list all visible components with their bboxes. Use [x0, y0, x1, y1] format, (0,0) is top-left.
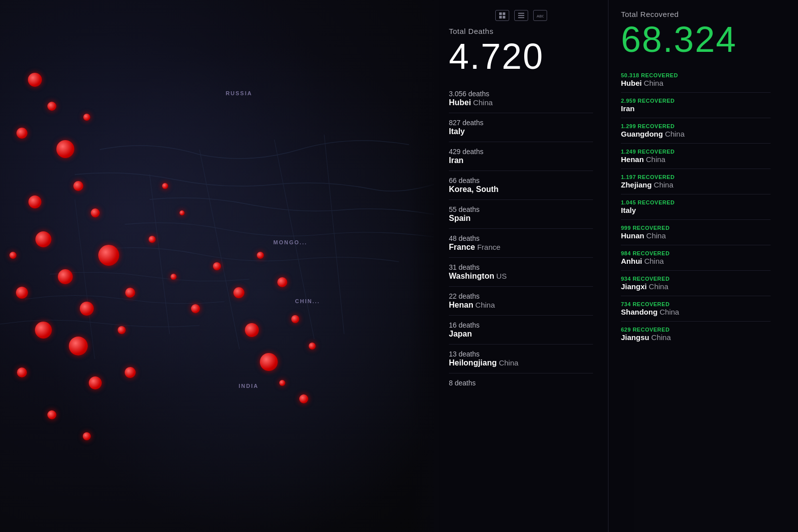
- outbreak-dot: [83, 114, 90, 121]
- deaths-list: 3.056 deathsHubei China827 deathsItaly42…: [449, 84, 593, 393]
- recovered-count: 934 recovered: [621, 276, 771, 282]
- outbreak-dot: [56, 140, 74, 158]
- svg-rect-0: [499, 12, 501, 15]
- recovered-entry: 1.299 recoveredGuangdong China: [621, 118, 771, 144]
- death-entry: 429 deathsIran: [449, 142, 593, 171]
- outbreak-dot: [260, 353, 278, 371]
- outbreak-dot: [17, 367, 27, 377]
- death-count: 22 deaths: [449, 292, 593, 300]
- outbreak-dot: [118, 326, 126, 334]
- recovered-column: Total Recovered 68.324 50.318 recoveredH…: [608, 0, 783, 532]
- death-location: Italy: [449, 127, 593, 136]
- death-entry: 31 deathsWashington US: [449, 258, 593, 287]
- outbreak-dot: [279, 380, 285, 386]
- recovered-list: 50.318 recoveredHubei China2.959 recover…: [621, 67, 771, 347]
- outbreak-dot: [125, 367, 136, 378]
- svg-rect-4: [518, 13, 524, 14]
- right-panel: ABC Total Deaths 4.720 3.056 deathsHubei…: [434, 0, 798, 532]
- outbreak-dot: [73, 181, 83, 191]
- outbreak-dot: [162, 183, 168, 189]
- recovered-count: 1.249 recovered: [621, 149, 771, 155]
- outbreak-dot: [309, 343, 316, 350]
- death-entry: 13 deathsHeilongjiang China: [449, 345, 593, 373]
- recovered-location: Italy: [621, 206, 771, 214]
- death-entry: 22 deathsHenan China: [449, 287, 593, 316]
- death-location: Hubei China: [449, 98, 593, 107]
- death-count: 66 deaths: [449, 177, 593, 184]
- map-label: INDIA: [239, 383, 259, 389]
- view-icon-2[interactable]: [514, 10, 528, 21]
- death-entry: 55 deathsSpain: [449, 200, 593, 229]
- outbreak-dot: [245, 323, 259, 337]
- death-count: 8 deaths: [449, 379, 593, 387]
- outbreak-dot: [28, 195, 41, 208]
- recovered-entry: 2.959 recoveredIran: [621, 93, 771, 118]
- recovered-entry: 734 recoveredShandong China: [621, 296, 771, 322]
- recovered-count: 984 recovered: [621, 250, 771, 256]
- recovered-location: Hunan China: [621, 231, 771, 240]
- svg-text:ABC: ABC: [537, 14, 544, 18]
- recovered-label: Total Recovered: [621, 10, 771, 18]
- recovered-entry: 629 recoveredJiangsu China: [621, 322, 771, 347]
- recovered-location: Guangdong China: [621, 130, 771, 138]
- recovered-entry: 1.197 recoveredZhejiang China: [621, 169, 771, 194]
- recovered-count: 1.197 recovered: [621, 174, 771, 180]
- map-label: CHIN...: [295, 298, 320, 304]
- death-count: 16 deaths: [449, 321, 593, 329]
- death-location: Spain: [449, 214, 593, 223]
- death-location: Washington US: [449, 272, 593, 281]
- outbreak-dot: [125, 288, 135, 298]
- recovered-count: 1.045 recovered: [621, 199, 771, 205]
- outbreak-dot: [16, 287, 28, 299]
- recovered-location: Anhui China: [621, 257, 771, 265]
- death-entry: 16 deathsJapan: [449, 316, 593, 345]
- svg-rect-3: [502, 16, 505, 18]
- recovered-count: 50.318 recovered: [621, 72, 771, 78]
- death-entry: 8 deaths: [449, 373, 593, 393]
- deaths-column: ABC Total Deaths 4.720 3.056 deathsHubei…: [434, 0, 608, 532]
- recovered-count: 1.299 recovered: [621, 123, 771, 129]
- recovered-location: Hubei China: [621, 79, 771, 87]
- deaths-total: 4.720: [449, 38, 593, 74]
- map-label: MONGO...: [273, 239, 307, 245]
- svg-rect-1: [502, 12, 505, 15]
- outbreak-dot: [58, 269, 73, 284]
- recovered-count: 2.959 recovered: [621, 98, 771, 104]
- view-icon-3[interactable]: ABC: [533, 10, 547, 21]
- map-label: RUSSIA: [225, 90, 252, 96]
- death-entry: 48 deathsFrance France: [449, 229, 593, 258]
- recovered-location: Zhejiang China: [621, 180, 771, 189]
- panel-blur-edge: [409, 0, 439, 532]
- recovered-count: 999 recovered: [621, 225, 771, 231]
- recovered-location: Jiangxi China: [621, 282, 771, 291]
- death-count: 48 deaths: [449, 234, 593, 242]
- death-count: 429 deaths: [449, 148, 593, 156]
- recovered-location: Shandong China: [621, 308, 771, 316]
- outbreak-dot: [149, 236, 156, 243]
- recovered-count: 734 recovered: [621, 301, 771, 307]
- recovered-entry: 934 recoveredJiangxi China: [621, 271, 771, 296]
- svg-rect-6: [518, 17, 524, 18]
- death-location: Japan: [449, 330, 593, 339]
- death-count: 31 deaths: [449, 263, 593, 271]
- outbreak-dot: [28, 73, 42, 87]
- outbreak-dot: [98, 245, 119, 266]
- death-count: 827 deaths: [449, 119, 593, 127]
- outbreak-dot: [69, 337, 88, 355]
- map-area: RUSSIAMONGO...CHIN...INDIA: [0, 0, 434, 532]
- outbreak-dot: [35, 231, 51, 247]
- death-entry: 827 deathsItaly: [449, 113, 593, 142]
- outbreak-dot: [291, 315, 299, 323]
- death-count: 3.056 deaths: [449, 90, 593, 98]
- death-location: Heilongjiang China: [449, 358, 593, 367]
- death-location: Iran: [449, 156, 593, 165]
- death-location: France France: [449, 243, 593, 252]
- death-entry: 3.056 deathsHubei China: [449, 84, 593, 113]
- svg-rect-2: [499, 16, 501, 18]
- recovered-total: 68.324: [621, 21, 771, 57]
- death-entry: 66 deathsKorea, South: [449, 171, 593, 200]
- view-icon-1[interactable]: [495, 10, 509, 21]
- outbreak-dot: [83, 432, 91, 440]
- death-location: Korea, South: [449, 185, 593, 194]
- deaths-label: Total Deaths: [449, 27, 593, 35]
